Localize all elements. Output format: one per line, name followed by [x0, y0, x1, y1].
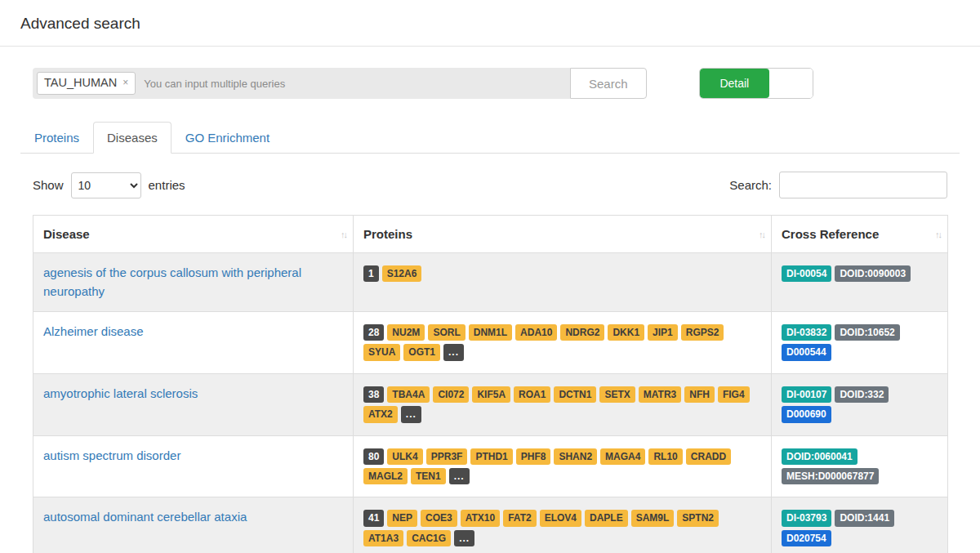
detail-toggle[interactable]: Detail: [699, 68, 813, 99]
protein-badge[interactable]: OGT1: [403, 344, 440, 360]
show-label: Show: [33, 178, 64, 192]
protein-count-badge: 1: [363, 265, 379, 282]
more-proteins-badge[interactable]: ...: [401, 406, 421, 422]
protein-badge[interactable]: ULK4: [387, 448, 422, 465]
cross-reference-badge: D000690: [782, 406, 831, 422]
protein-badge[interactable]: ATX2: [363, 406, 398, 422]
sort-icon[interactable]: ↑↓: [341, 230, 346, 239]
more-proteins-badge[interactable]: ...: [443, 344, 464, 360]
column-header-proteins[interactable]: Proteins ↑↓: [354, 216, 772, 253]
protein-badge[interactable]: JIP1: [648, 324, 678, 341]
protein-badge[interactable]: TEN1: [411, 468, 446, 484]
tab-go-enrichment[interactable]: GO Enrichment: [172, 122, 283, 154]
protein-count-badge: 38: [363, 386, 384, 403]
protein-badge[interactable]: TBA4A: [387, 386, 430, 403]
proteins-cell: 38TBA4ACI072KIF5AROA1DCTN1SETXMATR3NFHFI…: [354, 373, 772, 435]
query-tag-label: TAU_HUMAN: [44, 77, 117, 90]
cross-reference-badge: DI-03832: [782, 324, 831, 341]
protein-badge[interactable]: NFH: [684, 386, 715, 403]
crossref-cell: DI-03793DOID:1441D020754: [772, 497, 948, 553]
column-label-cross-reference: Cross Reference: [782, 227, 879, 241]
more-proteins-badge[interactable]: ...: [454, 530, 474, 546]
protein-badge[interactable]: FIG4: [718, 386, 750, 403]
protein-badge[interactable]: FAT2: [503, 510, 536, 526]
query-placeholder: You can input multiple queries: [144, 78, 285, 90]
protein-badge[interactable]: RL10: [648, 448, 682, 465]
protein-count-badge: 41: [363, 510, 384, 526]
table-row: agenesis of the corpus callosum with per…: [33, 253, 948, 312]
disease-cell: agenesis of the corpus callosum with per…: [33, 253, 354, 312]
protein-badge[interactable]: MAGA4: [600, 448, 645, 465]
protein-badge[interactable]: SORL: [428, 324, 465, 341]
protein-badge[interactable]: PPR3F: [426, 448, 468, 465]
cross-reference-badge: DI-03793: [782, 510, 831, 526]
protein-badge[interactable]: SETX: [599, 386, 635, 403]
protein-badge[interactable]: COE3: [421, 510, 457, 526]
crossref-cell: DI-03832DOID:10652D000544: [772, 312, 948, 374]
proteins-cell: 28NU2MSORLDNM1LADA10NDRG2DKK1JIP1RGPS2SY…: [354, 312, 772, 374]
protein-badge[interactable]: ROA1: [514, 386, 550, 403]
column-header-disease[interactable]: Disease ↑↓: [33, 216, 354, 253]
tab-proteins[interactable]: Proteins: [20, 122, 93, 154]
search-button[interactable]: Search: [570, 68, 647, 99]
protein-badge[interactable]: DCTN1: [554, 386, 596, 403]
protein-badge[interactable]: PHF8: [516, 448, 551, 465]
entries-select[interactable]: 10: [71, 172, 141, 198]
protein-badge[interactable]: CAC1G: [407, 530, 451, 546]
protein-badge[interactable]: DNM1L: [469, 324, 512, 341]
protein-badge[interactable]: PTHD1: [470, 448, 512, 465]
disease-link[interactable]: agenesis of the corpus callosum with per…: [43, 265, 301, 298]
protein-badge[interactable]: MAGL2: [363, 468, 408, 484]
remove-tag-icon[interactable]: ×: [122, 78, 128, 88]
protein-badge[interactable]: AT1A3: [363, 530, 403, 546]
tab-diseases[interactable]: Diseases: [93, 122, 172, 154]
sort-icon[interactable]: ↑↓: [759, 230, 764, 239]
proteins-cell: 41NEPCOE3ATX10FAT2ELOV4DAPLESAM9LSPTN2AT…: [354, 497, 772, 553]
protein-badge[interactable]: S12A6: [382, 265, 422, 282]
column-header-cross-reference[interactable]: Cross Reference ↑↓: [772, 216, 948, 253]
protein-badge[interactable]: SAM9L: [631, 510, 675, 526]
protein-badge[interactable]: NEP: [387, 510, 417, 526]
protein-badge[interactable]: DAPLE: [585, 510, 628, 526]
protein-badge[interactable]: ADA10: [515, 324, 557, 341]
table-row: autism spectrum disorder80ULK4PPR3FPTHD1…: [33, 435, 948, 497]
protein-badge[interactable]: SHAN2: [554, 448, 597, 465]
search-bar: TAU_HUMAN × You can input multiple queri…: [33, 68, 947, 99]
protein-badge[interactable]: KIF5A: [472, 386, 510, 403]
protein-badge[interactable]: RGPS2: [681, 324, 724, 341]
disease-cell: amyotrophic lateral sclerosis: [33, 373, 354, 435]
protein-badge[interactable]: SPTN2: [677, 510, 719, 526]
crossref-cell: DOID:0060041MESH:D000067877: [772, 435, 948, 497]
protein-badge[interactable]: NU2M: [387, 324, 425, 341]
crossref-cell: DI-00107DOID:332D000690: [772, 373, 948, 435]
cross-reference-badge: DOID:0060041: [782, 448, 858, 465]
disease-link[interactable]: autism spectrum disorder: [43, 448, 180, 462]
cross-reference-badge: DOID:332: [835, 386, 889, 403]
disease-link[interactable]: Alzheimer disease: [43, 324, 144, 338]
cross-reference-badge: DI-00054: [782, 265, 831, 282]
table-search-label: Search:: [729, 178, 772, 192]
cross-reference-badge: D020754: [782, 530, 831, 546]
column-label-disease: Disease: [43, 227, 90, 241]
sort-icon[interactable]: ↑↓: [935, 230, 941, 239]
more-proteins-badge[interactable]: ...: [449, 468, 470, 484]
detail-toggle-label: Detail: [700, 69, 770, 98]
cross-reference-badge: D000544: [782, 344, 831, 360]
cross-reference-badge: DOID:1441: [835, 510, 894, 526]
protein-badge[interactable]: MATR3: [639, 386, 681, 403]
protein-badge[interactable]: DKK1: [608, 324, 644, 341]
crossref-cell: DI-00054DOID:0090003: [772, 253, 948, 312]
disease-link[interactable]: autosomal dominant cerebellar ataxia: [43, 510, 247, 524]
protein-badge[interactable]: CI072: [433, 386, 469, 403]
query-input[interactable]: TAU_HUMAN × You can input multiple queri…: [33, 68, 570, 99]
protein-badge[interactable]: CRADD: [686, 448, 731, 465]
protein-badge[interactable]: ATX10: [461, 510, 500, 526]
proteins-cell: 1S12A6: [354, 253, 772, 312]
table-header-row: Disease ↑↓ Proteins ↑↓ Cross Reference ↑…: [33, 216, 948, 253]
protein-badge[interactable]: ELOV4: [540, 510, 581, 526]
proteins-cell: 80ULK4PPR3FPTHD1PHF8SHAN2MAGA4RL10CRADDM…: [354, 435, 772, 497]
table-search-input[interactable]: [779, 172, 947, 198]
protein-badge[interactable]: SYUA: [363, 344, 400, 360]
protein-badge[interactable]: NDRG2: [560, 324, 604, 341]
disease-link[interactable]: amyotrophic lateral sclerosis: [43, 386, 198, 400]
